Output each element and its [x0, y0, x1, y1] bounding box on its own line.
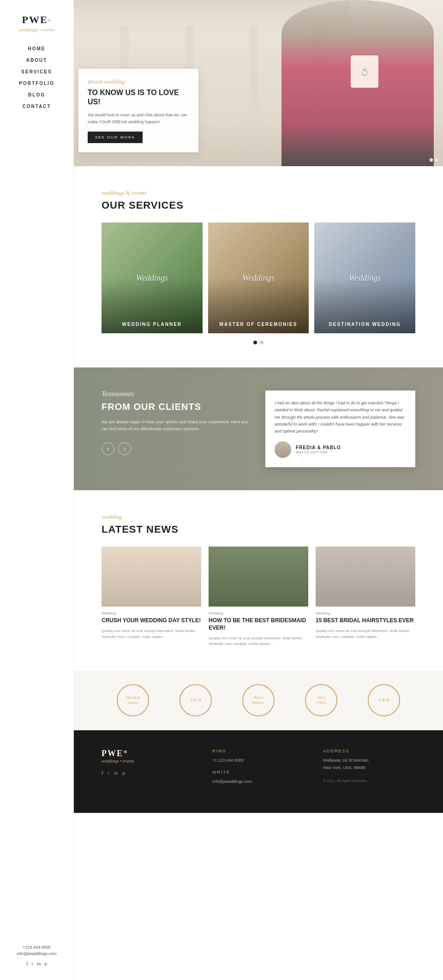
partner-logo-inner-1: David &Olivia — [117, 684, 149, 716]
testimonial-author-info: FREDIA & PABLO April 25, 2021 USA — [296, 445, 341, 454]
service-script-3: Weddings — [349, 273, 381, 283]
services-title: OUR SERVICES — [102, 199, 415, 211]
sidebar-nav: HOME ABOUT SERVICES PORTFOLIO BLOG CONTA… — [19, 46, 54, 109]
testimonial-author: FREDIA & PABLO April 25, 2021 USA — [275, 441, 406, 458]
hero-title: TO KNOW US IS TO LOVE US! — [88, 88, 189, 108]
footer-address-line1: Wallaway 1st St Norman — [323, 757, 415, 764]
news-card-1: Wedding CRUSH YOUR WEDDING DAY STYLE! Qu… — [102, 547, 201, 647]
testimonial-card: I had no idea about all the things I had… — [265, 391, 415, 467]
service-card-wedding-planner[interactable]: Weddings WEDDING PLANNER — [102, 222, 203, 333]
footer-top: PWE* weddings • events f t in p RING +1.… — [102, 749, 415, 785]
testimonial-author-name: FREDIA & PABLO — [296, 445, 341, 450]
services-script: weddings & events — [102, 189, 415, 197]
footer: PWE* weddings • events f t in p RING +1.… — [74, 730, 443, 813]
testimonials-navigation: ‹ › — [102, 442, 251, 455]
nav-blog[interactable]: BLOG — [28, 92, 45, 97]
nav-services[interactable]: SERVICES — [21, 69, 52, 74]
nav-home[interactable]: HOME — [28, 46, 46, 51]
service-label-2: MASTER OF CEREMONIES — [208, 322, 309, 327]
nav-portfolio[interactable]: PORTFOLIO — [19, 81, 54, 86]
partner-logo-inner-4: AliceChris — [305, 684, 337, 716]
footer-logo-sub: weddings • events — [102, 758, 194, 764]
footer-ring-title: RING — [212, 749, 305, 753]
news-category-1: Wedding — [102, 611, 201, 615]
testimonials-description: We are always eager to hear your opinion… — [102, 419, 251, 433]
partner-logo-inner-2: A & M — [180, 684, 212, 716]
service-script-1: Weddings — [136, 273, 168, 283]
news-grid: Wedding CRUSH YOUR WEDDING DAY STYLE! Qu… — [102, 547, 415, 647]
news-section: wedding LATEST NEWS Wedding CRUSH YOUR W… — [74, 490, 443, 670]
footer-address-title: ADDRESS — [323, 749, 415, 753]
testimonials-title: FROM OUR CLIENTS — [102, 402, 251, 412]
news-excerpt-2: Quality non lorem ac erat suscipit biben… — [209, 636, 308, 648]
footer-copyright: © 2021. All rights reserved. — [323, 779, 415, 783]
news-article-title-3[interactable]: 15 BEST BRIDAL HAIRSTYLES EVER — [316, 617, 415, 625]
partner-logo-inner-5: A & M — [368, 684, 400, 716]
hero-dot-2[interactable] — [435, 158, 438, 162]
testimonials-script: Testimonials — [102, 391, 251, 398]
footer-social: f t in p — [102, 770, 194, 776]
hero-script-text: dream wedding — [88, 78, 189, 85]
footer-logo-asterisk: * — [123, 749, 128, 758]
service-dot-1[interactable] — [253, 341, 257, 344]
sidebar: PWE* weddings • events HOME ABOUT SERVIC… — [0, 0, 74, 813]
hero-dots — [430, 158, 438, 162]
service-pagination — [102, 341, 415, 344]
hero-book: 💍 — [351, 55, 378, 88]
footer-address-col: ADDRESS Wallaway 1st St Norman New York,… — [323, 749, 415, 785]
service-label-3: DESTINATION WEDDING — [314, 322, 415, 327]
service-label-1: WEDDING PLANNER — [102, 322, 203, 327]
logo-sub-text: weddings • events — [18, 27, 54, 32]
testimonial-avatar — [275, 441, 291, 458]
partners-section: David &Olivia A & M HelenAndrew AliceChr… — [74, 670, 443, 730]
news-image-2 — [209, 547, 308, 607]
services-section: weddings & events OUR SERVICES Weddings … — [74, 166, 443, 367]
news-script: wedding — [102, 513, 415, 521]
nav-contact[interactable]: CONTACT — [22, 104, 51, 109]
service-card-destination[interactable]: Weddings DESTINATION WEDDING — [314, 222, 415, 333]
hero-description: We would love to meet up and chat about … — [88, 112, 189, 125]
testimonials-prev-button[interactable]: ‹ — [102, 442, 114, 455]
news-image-3 — [316, 547, 415, 607]
testimonials-right: I had no idea about all the things I had… — [265, 391, 415, 467]
footer-address-line2: New York, USA. 98499 — [323, 764, 415, 771]
service-script-2: Weddings — [242, 273, 274, 283]
testimonials-next-button[interactable]: › — [118, 442, 131, 455]
footer-social-instagram[interactable]: in — [114, 770, 118, 776]
logo-asterisk: * — [48, 18, 52, 24]
partner-logo-3: HelenAndrew — [242, 684, 275, 716]
footer-write-email: info@pweddings.com — [212, 778, 305, 785]
news-article-title-1[interactable]: CRUSH YOUR WEDDING DAY STYLE! — [102, 617, 201, 625]
news-image-1 — [102, 547, 201, 607]
footer-ring-phone: +1.123.444.0000 — [212, 757, 305, 764]
news-category-3: Wedding — [316, 611, 415, 615]
service-card-master-ceremonies[interactable]: Weddings MASTER OF CEREMONIES — [208, 222, 309, 333]
footer-ring-col: RING +1.123.444.0000 WRITE info@pwedding… — [212, 749, 305, 785]
hero-section: 💍 dream wedding TO KNOW US IS TO LOVE US… — [74, 0, 443, 166]
nav-about[interactable]: ABOUT — [26, 58, 48, 63]
news-category-2: Wedding — [209, 611, 308, 615]
partner-logo-4: AliceChris — [305, 684, 337, 716]
testimonial-author-date: April 25, 2021 USA — [296, 450, 341, 454]
news-card-3: Wedding 15 BEST BRIDAL HAIRSTYLES EVER Q… — [316, 547, 415, 647]
footer-logo-main: PWE* — [102, 749, 194, 758]
footer-brand: PWE* weddings • events f t in p — [102, 749, 194, 785]
partner-logo-inner-3: HelenAndrew — [242, 684, 275, 716]
news-excerpt-3: Quality non lorem ac erat suscipit biben… — [316, 628, 415, 640]
hero-dot-1[interactable] — [430, 158, 433, 162]
footer-social-twitter[interactable]: t — [108, 770, 109, 776]
hero-card: dream wedding TO KNOW US IS TO LOVE US! … — [78, 69, 198, 152]
service-dot-2[interactable] — [260, 341, 263, 344]
news-title: LATEST NEWS — [102, 523, 415, 535]
main-content: 💍 dream wedding TO KNOW US IS TO LOVE US… — [74, 0, 443, 813]
partner-logo-1: David &Olivia — [117, 684, 149, 716]
footer-social-facebook[interactable]: f — [102, 770, 103, 776]
partner-logo-5: A & M — [368, 684, 400, 716]
footer-write-title: WRITE — [212, 770, 305, 775]
hero-cta-button[interactable]: SEE OUR WORK — [88, 132, 143, 143]
news-card-2: Wedding HOW TO BE THE BEST BRIDESMAID EV… — [209, 547, 308, 647]
sidebar-logo: PWE* weddings • events — [18, 14, 54, 32]
news-article-title-2[interactable]: HOW TO BE THE BEST BRIDESMAID EVER! — [209, 617, 308, 631]
logo-main-text: PWE — [22, 14, 48, 25]
footer-social-pinterest[interactable]: p — [122, 770, 125, 776]
